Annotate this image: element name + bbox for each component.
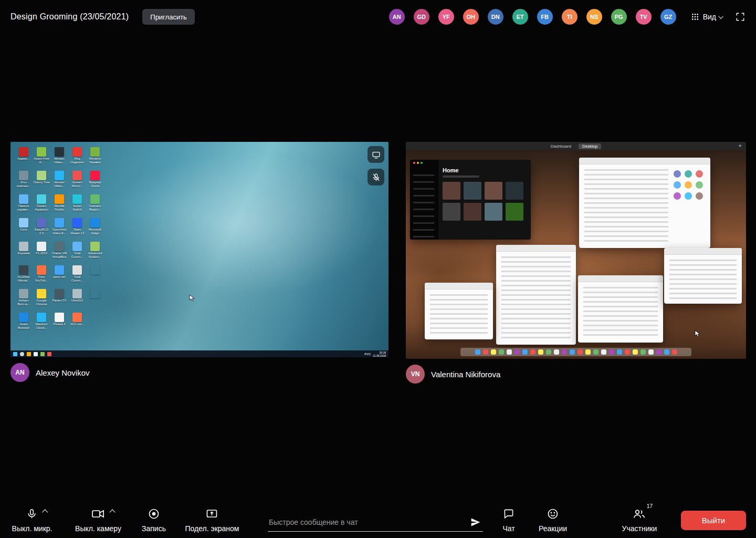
window-titlebar bbox=[425, 283, 493, 289]
participant-tile-avatar: VN bbox=[406, 365, 425, 384]
spotify-subheading-placeholder bbox=[443, 175, 479, 178]
desktop-icon: Cherry Tree bbox=[33, 170, 50, 193]
desktop-icon-label: Param.TV bbox=[50, 299, 68, 303]
participant-avatars: AN GD YF OH DN ET bbox=[389, 9, 676, 25]
participant-avatar[interactable]: PG bbox=[611, 9, 627, 25]
desktop-icon: Microsoft Edge bbox=[86, 217, 104, 241]
taskbar-language: РУС bbox=[364, 353, 371, 356]
mic-options-chevron-icon[interactable] bbox=[42, 509, 48, 515]
participant-avatar[interactable]: TI bbox=[562, 9, 578, 25]
desktop-icon-label: Панель управл... bbox=[15, 204, 33, 212]
desktop-icon: EasyBCD 2.3 bbox=[33, 217, 50, 241]
window-content-lines bbox=[430, 294, 488, 335]
avatar-initials: AN bbox=[15, 369, 24, 376]
record-button[interactable]: Запись bbox=[142, 507, 166, 533]
desktop-icon: Picasa 3 bbox=[50, 312, 68, 335]
window-content-lines bbox=[583, 287, 658, 338]
participants-button[interactable]: 17 Участники bbox=[622, 507, 657, 533]
participant-avatar[interactable]: GZ bbox=[660, 9, 676, 25]
mic-muted-icon bbox=[368, 169, 384, 185]
window-titlebar bbox=[579, 158, 710, 164]
window-traffic-lights-icon bbox=[413, 162, 423, 164]
desktop-icon: Reg Organizer bbox=[68, 146, 86, 170]
send-message-button[interactable] bbox=[470, 517, 481, 527]
participant-avatar[interactable]: AN bbox=[389, 9, 405, 25]
quick-chat bbox=[268, 515, 483, 532]
desktop-icon-image bbox=[37, 289, 46, 298]
meeting-title: Design Grooming (23/05/2021) bbox=[10, 12, 129, 22]
desktop-icon-label: Total Comm... bbox=[68, 275, 86, 283]
desktop-icon: Advanced System... bbox=[86, 241, 104, 264]
camera-off-button[interactable]: Выкл. камеру bbox=[75, 507, 121, 533]
desktop-icon-image bbox=[37, 147, 46, 157]
desktop-icon-image bbox=[19, 194, 28, 204]
chat-button[interactable]: Чат bbox=[502, 507, 514, 533]
screen-share-tile-alexey[interactable]: Админ... Avant Free A... Movavi Video... bbox=[10, 142, 388, 357]
taskbar-clock: 20:18 11.06.2018 bbox=[373, 351, 386, 357]
window-titlebar bbox=[664, 248, 742, 255]
finder-window bbox=[578, 275, 663, 343]
desktop-icon-label: Microsoft Edge bbox=[86, 228, 104, 235]
macos-dock bbox=[460, 348, 691, 356]
desktop-icon-label: Корзина bbox=[15, 252, 33, 255]
participant-avatar[interactable]: ET bbox=[512, 9, 528, 25]
desktop-icon: Screen Recor... bbox=[68, 170, 86, 193]
taskbar-app-icon bbox=[34, 352, 38, 356]
notes-window bbox=[664, 248, 742, 304]
participant-avatar[interactable]: GD bbox=[414, 9, 429, 25]
share-screen-button[interactable]: Подел. экраном bbox=[185, 507, 239, 533]
invite-button[interactable]: Пригласить bbox=[142, 9, 195, 25]
screenshot-tab-bar: Dashboard Desktop + bbox=[406, 142, 746, 150]
participant-avatar[interactable]: DN bbox=[488, 9, 503, 25]
record-label: Запись bbox=[142, 524, 166, 533]
tab-dashboard: Dashboard bbox=[551, 144, 571, 149]
shared-screen-macos-desktop: Dashboard Desktop + Home bbox=[406, 142, 746, 359]
participant-name: Valentina Nikiforova bbox=[431, 370, 500, 379]
desktop-icon: Free YouTub... bbox=[33, 264, 50, 288]
desktop-icon-label: Avant Browser bbox=[15, 323, 33, 330]
desktop-icon: Movavi Video... bbox=[50, 170, 68, 193]
participant-avatar[interactable]: TV bbox=[636, 9, 652, 25]
desktop-icon-image bbox=[19, 171, 28, 180]
tile-status-indicators bbox=[368, 146, 384, 185]
view-selector[interactable]: Вид bbox=[691, 13, 723, 21]
desktop-icon: ACDSee Ultimat... bbox=[15, 264, 33, 288]
desktop-icon-image bbox=[90, 218, 100, 227]
desktop-icon-image bbox=[37, 265, 46, 275]
desktop-icon: Mozilla Firefox bbox=[50, 193, 68, 217]
leave-button[interactable]: Выйти bbox=[681, 511, 746, 530]
desktop-icon-image bbox=[55, 289, 64, 298]
desktop-icon-image bbox=[90, 171, 100, 180]
desktop-icon-label: EasyBCD 2.3 bbox=[33, 228, 50, 235]
avatar-initials: OH bbox=[466, 14, 475, 20]
desktop-icon: Asham Burn-a... bbox=[15, 288, 33, 312]
shared-screen-windows-desktop: Админ... Avant Free A... Movavi Video... bbox=[10, 142, 388, 357]
desktop-icon-label: paint.net bbox=[50, 275, 68, 279]
desktop-icon-label: Team Viewer 12 bbox=[68, 228, 86, 235]
share-screen-label: Подел. экраном bbox=[185, 524, 239, 533]
desktop-icon-image bbox=[72, 289, 82, 298]
taskbar-app-icon bbox=[40, 352, 45, 356]
spotify-window: Home bbox=[410, 160, 531, 240]
tile-column-valentina: Dashboard Desktop + Home bbox=[406, 142, 746, 384]
fullscreen-button[interactable] bbox=[735, 12, 746, 22]
participant-avatar[interactable]: YF bbox=[438, 9, 454, 25]
reactions-button[interactable]: Реакции bbox=[539, 507, 567, 533]
desktop-icon-image bbox=[90, 265, 100, 275]
desktop-icon: VLC me... bbox=[68, 312, 86, 335]
mute-mic-button[interactable]: Выкл. микр. bbox=[12, 507, 52, 533]
video-grid: Админ... Avant Free A... Movavi Video... bbox=[10, 142, 746, 384]
desktop-icon: Панель управл... bbox=[15, 193, 33, 217]
quick-chat-input[interactable] bbox=[268, 515, 483, 532]
desktop-icon-label: Браузер Opera bbox=[86, 181, 104, 188]
participant-avatar[interactable]: FB bbox=[537, 9, 553, 25]
desktop-icon: Team Viewer 12 bbox=[68, 217, 86, 241]
participant-avatar[interactable]: OH bbox=[463, 9, 479, 25]
desktop-icon-label: Asham Burn-a... bbox=[15, 299, 33, 306]
desktop-icon-label: Этот компью... bbox=[15, 181, 33, 188]
spotify-main: Home bbox=[438, 160, 531, 240]
desktop-icon-image bbox=[19, 289, 28, 298]
participant-avatar[interactable]: NS bbox=[586, 9, 602, 25]
camera-options-chevron-icon[interactable] bbox=[109, 509, 115, 515]
screen-share-tile-valentina[interactable]: Dashboard Desktop + Home bbox=[406, 142, 746, 359]
